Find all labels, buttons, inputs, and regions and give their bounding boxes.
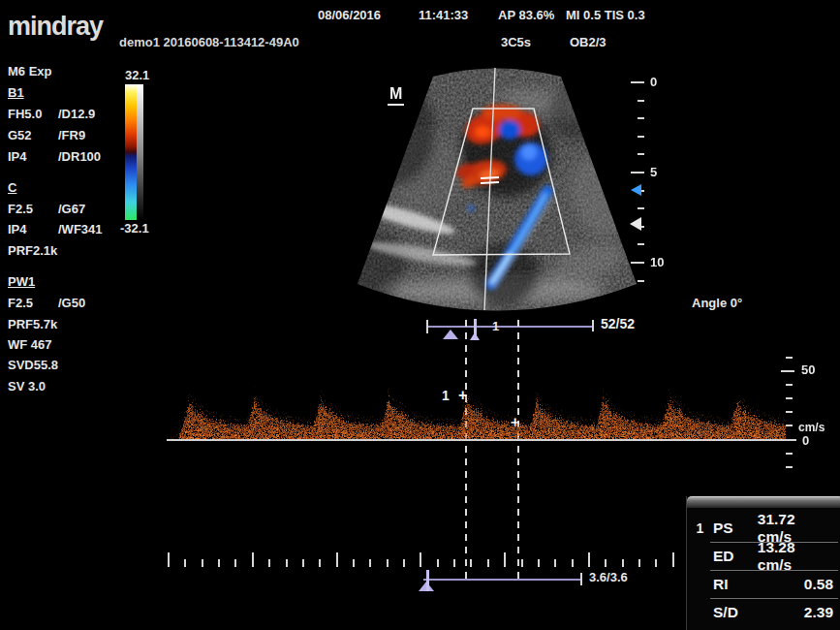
cine-bar-left-end [426, 320, 428, 333]
ruler-tick [638, 243, 644, 245]
ruler-tick [786, 384, 793, 386]
ruler-tick [655, 559, 657, 567]
sweep-frame-marker[interactable] [426, 570, 429, 591]
result-label: S/D [713, 604, 758, 621]
caliper-line-ed[interactable] [517, 320, 519, 580]
ruler-tick [420, 552, 421, 567]
ruler-tick [184, 559, 186, 567]
ruler-tick [353, 559, 355, 567]
spectral-doppler-waveform [160, 371, 790, 444]
doppler-color-gradient [125, 84, 137, 220]
ruler-tick [638, 117, 644, 119]
time-display: 11:41:33 [419, 8, 468, 22]
ruler-tick [268, 559, 270, 567]
ruler-tick [554, 559, 556, 567]
ruler-tick [437, 559, 439, 567]
sweep-scrollbar[interactable] [423, 579, 581, 581]
cine-bar-right-end [592, 320, 594, 331]
caliper-line-ps[interactable] [465, 320, 467, 580]
cine-scrollbar[interactable] [427, 326, 593, 328]
pw-param: /G50 [58, 296, 85, 310]
ruler-tick [369, 559, 371, 567]
ultrasound-sector-image [339, 56, 654, 323]
ruler-tick [302, 559, 304, 567]
cine-measure-label: 1 [492, 319, 499, 333]
ruler-tick [387, 559, 389, 567]
c-prf: PRF2.1k [8, 243, 57, 258]
pw-svd: SVD55.8 [8, 358, 58, 372]
gray-scale-gradient [137, 84, 143, 220]
mi-tis-display: MI 0.5 TIS 0.3 [566, 8, 645, 22]
depth-label-10: 10 [650, 255, 664, 269]
pw-sv: SV 3.0 [8, 379, 46, 394]
pw-param: F2.5 [8, 296, 33, 310]
colorbar-min-label: -32.1 [120, 221, 149, 236]
c-param: /WF341 [58, 222, 103, 236]
color-scale-bar [125, 84, 143, 220]
ruler-tick [319, 559, 321, 567]
sample-volume-gate[interactable] [481, 182, 499, 183]
cine-position-marker-icon[interactable] [443, 330, 458, 339]
color-mode-title: C [8, 180, 16, 195]
acoustic-power: AP 83.6% [498, 8, 554, 22]
result-value: 2.39 [804, 604, 840, 621]
ruler-tick [521, 559, 523, 567]
focus-position-arrow-icon[interactable] [630, 217, 641, 231]
ruler-tick [631, 81, 644, 83]
b-param: FH5.0 [8, 107, 42, 121]
ruler-tick [638, 207, 644, 209]
ruler-tick [786, 425, 793, 426]
ruler-tick [631, 172, 644, 173]
b-param: IP4 [8, 149, 27, 164]
c-param: /G67 [58, 202, 85, 216]
ruler-tick [487, 559, 489, 567]
measurement-results-panel: 1 PS 31.72 cm/s ED 13.28 cm/s RI 0.58 S/… [686, 496, 840, 630]
result-row-sd: S/D 2.39 [687, 599, 840, 626]
ruler-tick [786, 411, 793, 413]
ruler-tick [336, 552, 338, 567]
velocity-zero-label: 0 [802, 433, 809, 448]
result-row-ps: 1 PS 31.72 cm/s [687, 515, 840, 542]
ruler-tick [218, 559, 220, 567]
ruler-tick [234, 559, 236, 567]
c-param: IP4 [8, 222, 27, 236]
result-label: PS [713, 520, 758, 537]
sweep-scale-readout: 3.6/3.6 [589, 570, 628, 584]
result-index: 1 [687, 520, 713, 536]
b-param: /D12.9 [58, 107, 95, 121]
ruler-tick [638, 559, 640, 567]
ruler-tick [168, 552, 170, 567]
frame-counter: 52/52 [601, 316, 635, 331]
result-label: RI [713, 576, 758, 593]
spectral-baseline[interactable] [167, 439, 796, 441]
mindray-logo: mindray [8, 12, 103, 42]
date-display: 08/06/2016 [318, 8, 381, 22]
result-row-ri: RI 0.58 [687, 571, 840, 598]
color-focus-arrow-icon[interactable] [631, 184, 641, 196]
ruler-tick [638, 280, 644, 282]
ruler-tick [572, 559, 574, 567]
ruler-tick [781, 370, 794, 372]
results-panel-handle[interactable] [687, 496, 840, 508]
result-value: 0.58 [804, 576, 840, 593]
c-param: F2.5 [8, 202, 33, 216]
ruler-tick [631, 262, 644, 264]
ruler-tick [202, 559, 203, 567]
velocity-max-label: 50 [801, 362, 815, 377]
result-label: ED [713, 548, 758, 565]
ruler-tick [672, 552, 674, 567]
ruler-tick [786, 357, 793, 359]
depth-label-0: 0 [650, 75, 657, 89]
result-value: 13.28 cm/s [758, 539, 840, 574]
ruler-tick [638, 136, 644, 138]
b-param: G52 [8, 128, 32, 142]
exam-id: demo1 20160608-113412-49A0 [119, 35, 299, 49]
mode-label: M6 Exp [8, 64, 52, 79]
sample-volume-gate[interactable] [481, 177, 499, 178]
velocity-unit-label: cm/s [798, 421, 824, 434]
b-param: /DR100 [58, 149, 101, 164]
ruler-tick [538, 559, 540, 567]
current-frame-marker-base-icon[interactable] [470, 332, 480, 340]
ruler-tick [453, 559, 455, 567]
m-orientation-marker: M [388, 85, 404, 106]
